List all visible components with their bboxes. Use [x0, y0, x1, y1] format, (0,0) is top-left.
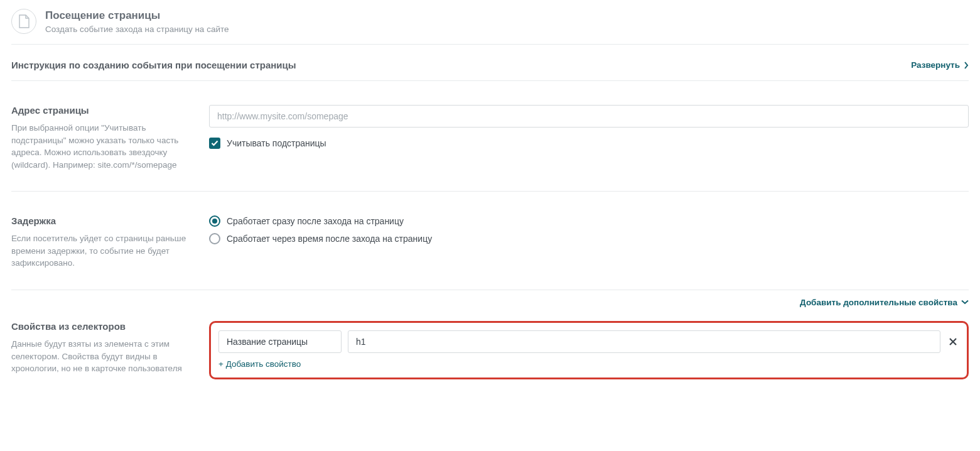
delay-option-immediate[interactable]: Сработает сразу после захода на страницу [209, 215, 969, 227]
address-help: При выбранной опции "Учитывать подстрани… [11, 122, 197, 171]
address-label: Адрес страницы [11, 105, 197, 116]
radio-unchecked-icon [209, 233, 220, 244]
delay-option-immediate-label: Сработает сразу после захода на страницу [227, 216, 404, 226]
page-title: Посещение страницы [45, 9, 229, 23]
delay-option-delayed[interactable]: Сработает через время после захода на ст… [209, 233, 969, 244]
expand-button[interactable]: Развернуть [911, 60, 969, 70]
close-icon [949, 337, 957, 346]
selectors-label: Свойства из селекторов [11, 321, 197, 332]
delay-section: Задержка Если посетитель уйдет со страни… [11, 192, 969, 290]
page-visit-icon [11, 9, 36, 34]
expand-label: Развернуть [911, 60, 960, 70]
selectors-box: + Добавить свойство [209, 321, 969, 379]
delay-option-delayed-label: Сработает через время после захода на ст… [227, 234, 432, 244]
instruction-bar: Инструкция по созданию события при посещ… [11, 45, 969, 81]
remove-selector-button[interactable] [947, 337, 959, 346]
add-selector-button[interactable]: + Добавить свойство [218, 359, 301, 369]
radio-checked-icon [209, 215, 220, 227]
add-additional-props-button[interactable]: Добавить дополнительные свойства [800, 298, 969, 307]
delay-label: Задержка [11, 215, 197, 226]
subpages-label: Учитывать подстраницы [227, 138, 326, 148]
selectors-help: Данные будут взяты из элемента с этим се… [11, 338, 197, 375]
page-header: Посещение страницы Создать событие заход… [11, 9, 969, 45]
selector-row [218, 330, 959, 353]
additional-props-row: Добавить дополнительные свойства [11, 290, 969, 313]
address-section: Адрес страницы При выбранной опции "Учит… [11, 81, 969, 192]
chevron-down-icon [961, 300, 969, 305]
delay-help: Если посетитель уйдет со страницы раньше… [11, 232, 197, 269]
selector-name-input[interactable] [218, 330, 342, 353]
instruction-title: Инструкция по созданию события при посещ… [11, 60, 296, 70]
add-additional-props-label: Добавить дополнительные свойства [800, 298, 957, 307]
selector-value-input[interactable] [348, 330, 940, 353]
chevron-right-icon [964, 62, 969, 69]
address-input[interactable] [209, 105, 969, 128]
selectors-section: Свойства из селекторов Данные будут взят… [11, 313, 969, 387]
subpages-checkbox[interactable] [209, 138, 220, 149]
page-subtitle: Создать событие захода на страницу на са… [45, 24, 229, 34]
